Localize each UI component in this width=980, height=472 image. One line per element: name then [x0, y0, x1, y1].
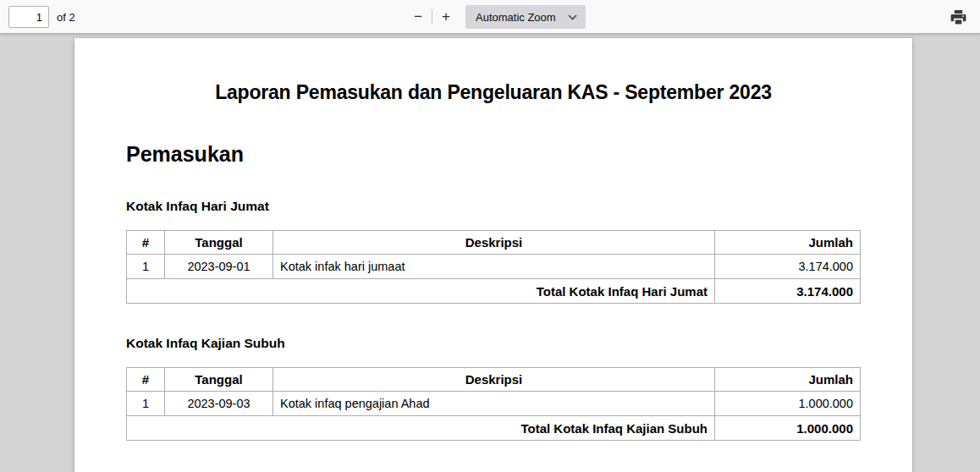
- column-header-tanggal: Tanggal: [165, 231, 273, 255]
- total-label: Total Kotak Infaq Hari Jumat: [127, 279, 715, 304]
- toolbar-divider: [432, 9, 432, 25]
- cell-jumlah: 3.174.000: [715, 255, 861, 279]
- printer-icon: [950, 9, 966, 25]
- total-row: Total Kotak Infaq Hari Jumat 3.174.000: [127, 279, 861, 304]
- chevron-down-icon: [568, 14, 577, 20]
- cell-jumlah: 1.000.000: [715, 392, 861, 416]
- income-table-kajian-subuh: # Tanggal Deskripsi Jumlah 1 2023-09-03 …: [126, 367, 861, 441]
- print-button[interactable]: [946, 5, 970, 29]
- table-header-row: # Tanggal Deskripsi Jumlah: [127, 368, 861, 392]
- plus-icon: +: [442, 8, 450, 25]
- section-heading-pemasukan: Pemasukan: [126, 142, 912, 167]
- income-table-hari-jumat: # Tanggal Deskripsi Jumlah 1 2023-09-01 …: [126, 230, 861, 304]
- toolbar-right-group: [946, 0, 970, 34]
- cell-tanggal: 2023-09-01: [165, 255, 273, 279]
- zoom-controls: − + Automatic Zoom: [406, 0, 586, 34]
- cell-number: 1: [127, 392, 165, 416]
- table-heading-kotak-infaq-kajian-subuh: Kotak Infaq Kajian Subuh: [126, 336, 912, 351]
- column-header-number: #: [127, 368, 165, 392]
- total-value: 1.000.000: [715, 416, 861, 441]
- minus-icon: −: [414, 8, 422, 25]
- table-header-row: # Tanggal Deskripsi Jumlah: [127, 231, 861, 255]
- pdf-page: Laporan Pemasukan dan Pengeluaran KAS - …: [74, 38, 912, 472]
- cell-deskripsi: Kotak infaq pengajian Ahad: [273, 392, 715, 416]
- total-value: 3.174.000: [715, 279, 861, 304]
- column-header-tanggal: Tanggal: [165, 368, 273, 392]
- cell-tanggal: 2023-09-03: [165, 392, 273, 416]
- zoom-select-value: Automatic Zoom: [476, 11, 556, 24]
- total-label: Total Kotak Infaq Kajian Subuh: [127, 416, 715, 441]
- zoom-in-button[interactable]: +: [434, 5, 458, 29]
- column-header-deskripsi: Deskripsi: [273, 231, 715, 255]
- table-row: 1 2023-09-01 Kotak infak hari jumaat 3.1…: [127, 255, 861, 279]
- page-number-input[interactable]: [8, 6, 49, 28]
- page-count-label: of 2: [57, 11, 75, 24]
- column-header-deskripsi: Deskripsi: [273, 368, 715, 392]
- column-header-jumlah: Jumlah: [715, 368, 861, 392]
- pdf-viewer[interactable]: Laporan Pemasukan dan Pengeluaran KAS - …: [0, 34, 980, 472]
- total-row: Total Kotak Infaq Kajian Subuh 1.000.000: [127, 416, 861, 441]
- table-row: 1 2023-09-03 Kotak infaq pengajian Ahad …: [127, 392, 861, 416]
- column-header-number: #: [127, 231, 165, 255]
- cell-deskripsi: Kotak infak hari jumaat: [273, 255, 715, 279]
- column-header-jumlah: Jumlah: [715, 231, 861, 255]
- page-navigation: of 2: [8, 0, 75, 34]
- document-title: Laporan Pemasukan dan Pengeluaran KAS - …: [74, 81, 912, 104]
- zoom-level-select[interactable]: Automatic Zoom: [465, 5, 586, 29]
- pdf-toolbar: of 2 − + Automatic Zoom: [0, 0, 980, 34]
- cell-number: 1: [127, 255, 165, 279]
- zoom-out-button[interactable]: −: [406, 5, 430, 29]
- table-heading-kotak-infaq-hari-jumat: Kotak Infaq Hari Jumat: [126, 199, 912, 214]
